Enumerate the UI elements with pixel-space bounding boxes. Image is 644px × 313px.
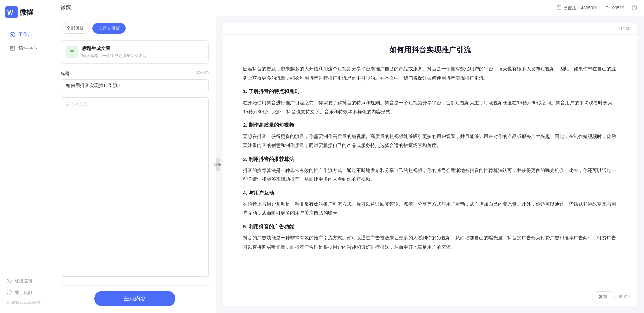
title-field-label: 标题 12/100 <box>61 70 209 77</box>
content-card: 11/100 如何用抖音实现推广引流 随着抖音的普及，越来越多的人开始利用这个短… <box>223 23 637 306</box>
template-desc: 输入标题，一键生成高质量文章内容 <box>82 53 147 59</box>
sidebar-nav: 工作台 稿件中心 <box>0 24 54 272</box>
template-info: 标题生成文章 输入标题，一键生成高质量文章内容 <box>82 46 147 59</box>
intro-text: 随着抖音的普及，越来越多的人开始利用这个短视频分享平台来推广自己的产品或服务。抖… <box>243 64 617 82</box>
section-2-heading: 2. 制作高质量的短视频 <box>243 122 617 129</box>
content-body[interactable]: 如何用抖音实现推广引流 随着抖音的普及，越来越多的人开始利用这个短视频分享平台来… <box>223 35 637 287</box>
copyright-label: 版权说明 <box>15 278 32 284</box>
tab-all-templates[interactable]: 全部模板 <box>61 23 90 34</box>
keywords-placeholder: 白请空录入 <box>66 102 88 107</box>
about-icon <box>7 290 12 296</box>
logo-icon: W <box>5 6 18 18</box>
drafts-icon <box>9 45 16 51</box>
content-header: 11/100 <box>223 23 637 35</box>
section-5-heading: 5. 利用抖音的广告功能 <box>243 224 617 230</box>
svg-point-3 <box>11 34 13 36</box>
svg-rect-14 <box>558 6 559 7</box>
header-title: 微撰 <box>61 5 71 11</box>
sidebar-item-workbench[interactable]: 工作台 <box>3 28 51 41</box>
section-4-heading: 4. 与用户互动 <box>243 190 617 196</box>
usage-info: 已使用：43953字 <box>557 5 597 11</box>
generate-button[interactable]: 生成内容 <box>94 291 175 306</box>
about-label: 关于我们 <box>15 290 32 296</box>
section-2-body: 要想在抖音上获得更多的流量，你需要制作高质量的短视频。高质量的短视频能够吸引更多… <box>243 132 617 150</box>
svg-point-12 <box>9 291 10 291</box>
article-title: 如何用抖音实现推广引流 <box>243 45 617 55</box>
about-item[interactable]: 关于我们 <box>0 287 54 298</box>
sidebar: W 微撰 工作台 稿件中心 <box>0 0 54 313</box>
section-3-body: 抖音的推荐算法是一种非常有效的推广引流方式。通过不断地发布和分享自己的短视频，你… <box>243 166 617 184</box>
collapse-handle[interactable]: &#�; <box>216 158 220 171</box>
usage-icon <box>557 5 561 11</box>
word-count: 893字 <box>619 294 631 300</box>
section-1-body: 在开始使用抖音进行推广引流之前，你需要了解抖音的特点和规则。抖音是一个短视频分享… <box>243 98 617 116</box>
svg-text:©: © <box>8 280 10 283</box>
workbench-icon <box>9 32 16 38</box>
copyright-item[interactable]: © 版权说明 <box>0 276 54 287</box>
content-footer: 复制 893字 <box>223 287 637 306</box>
logo-area: W 微撰 <box>0 0 54 24</box>
section-3-heading: 3. 利用抖音的推荐算法 <box>243 156 617 163</box>
power-icon[interactable] <box>631 4 637 12</box>
usage-text: 已使用：43953字 <box>563 5 597 11</box>
icp-text: ©ICP备2022016946号 <box>0 298 54 306</box>
header-right: 已使用：43953字 ID:100519 <box>557 4 637 12</box>
logo-text: 微撰 <box>20 8 33 17</box>
title-char-count: 12/100 <box>196 70 209 77</box>
section-5-body: 抖音的广告功能是一种非常有效的推广引流方式。你可以通过广告投放来让更多的人看到你… <box>243 233 617 251</box>
sidebar-footer: © 版权说明 关于我们 ©ICP备2022016946号 <box>0 272 54 313</box>
divider-line <box>61 285 209 286</box>
main-area: 微撰 已使用：43953字 ID:100519 <box>54 0 644 313</box>
content-area: 全部模板 自定义模板 标题生成文章 输入标题，一键生成高质量文章内容 标 <box>54 16 644 313</box>
sidebar-item-drafts[interactable]: 稿件中心 <box>3 42 51 55</box>
page-indicator: 11/100 <box>618 26 631 31</box>
section-1-heading: 1. 了解抖音的特点和规则 <box>243 88 617 95</box>
template-icon <box>66 46 78 58</box>
right-panel: 11/100 如何用抖音实现推广引流 随着抖音的普及，越来越多的人开始利用这个短… <box>216 16 644 313</box>
template-card[interactable]: 标题生成文章 输入标题，一键生成高质量文章内容 <box>61 40 209 64</box>
title-input[interactable] <box>61 79 209 92</box>
drafts-label: 稿件中心 <box>18 45 37 51</box>
template-name: 标题生成文章 <box>82 46 147 52</box>
copyright-icon: © <box>7 278 12 284</box>
top-header: 微撰 已使用：43953字 ID:100519 <box>54 0 644 16</box>
tab-custom-templates[interactable]: 自定义模板 <box>92 23 126 34</box>
left-panel: 全部模板 自定义模板 标题生成文章 输入标题，一键生成高质量文章内容 标 <box>54 16 216 313</box>
svg-text:W: W <box>7 9 13 16</box>
template-tabs: 全部模板 自定义模板 <box>61 23 209 34</box>
copy-button[interactable]: 复制 <box>592 291 615 302</box>
id-info: ID:100519 <box>604 5 624 10</box>
keywords-area[interactable]: 白请空录入 <box>61 97 209 277</box>
workbench-label: 工作台 <box>18 32 32 38</box>
section-4-body: 在抖音上与用户互动是一种非常有效的推广引流方式。你可以通过回复评论、点赞、分享等… <box>243 200 617 218</box>
